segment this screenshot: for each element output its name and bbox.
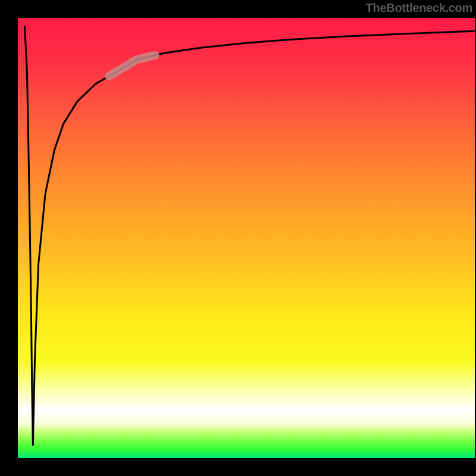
watermark-text: TheBottleneck.com — [366, 1, 472, 15]
chart-overlay — [18, 18, 475, 458]
curve-rise-branch — [33, 31, 475, 445]
curve-highlight-segment — [109, 55, 155, 76]
curve-drop-branch — [25, 27, 33, 445]
chart-frame: TheBottleneck.com — [0, 0, 476, 476]
curve-group — [25, 27, 475, 445]
